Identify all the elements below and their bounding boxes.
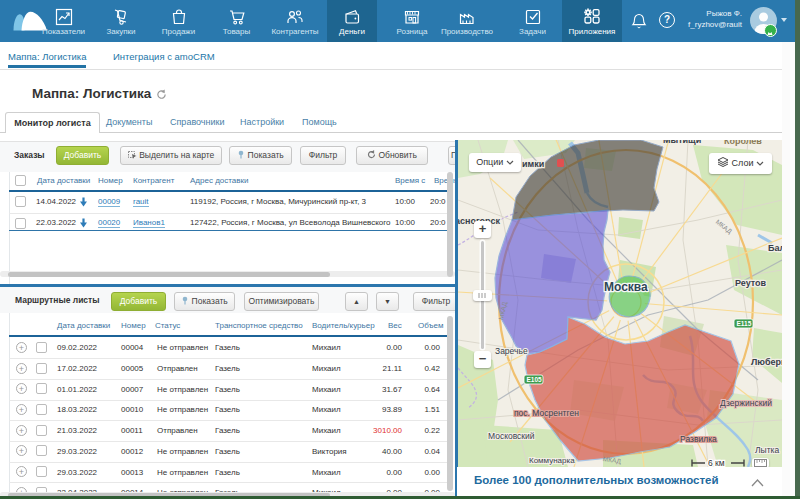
svg-text:E115: E115 xyxy=(737,320,752,327)
svg-text:Развилка: Развилка xyxy=(680,434,717,444)
svg-text:6 км: 6 км xyxy=(708,458,725,467)
svg-text:Королев: Королев xyxy=(724,140,762,146)
svg-text:E105: E105 xyxy=(527,376,543,383)
svg-text:Дзержинский: Дзержинский xyxy=(720,398,772,408)
svg-text:Мытищи: Мытищи xyxy=(663,140,701,145)
svg-text:пос. Мосрентген: пос. Мосрентген xyxy=(514,408,579,418)
svg-text:Московский: Московский xyxy=(488,431,535,441)
svg-text:Москва: Москва xyxy=(604,280,648,294)
svg-text:Заречье: Заречье xyxy=(495,346,528,356)
svg-text:Реутов: Реутов xyxy=(735,278,767,288)
svg-text:Лытка: Лытка xyxy=(755,445,779,455)
svg-text:Балашиха: Балашиха xyxy=(768,243,782,253)
svg-text:имки: имки xyxy=(522,159,544,169)
svg-text:Коммунарка: Коммунарка xyxy=(529,456,575,465)
svg-text:Люберцы: Люберцы xyxy=(751,357,782,367)
